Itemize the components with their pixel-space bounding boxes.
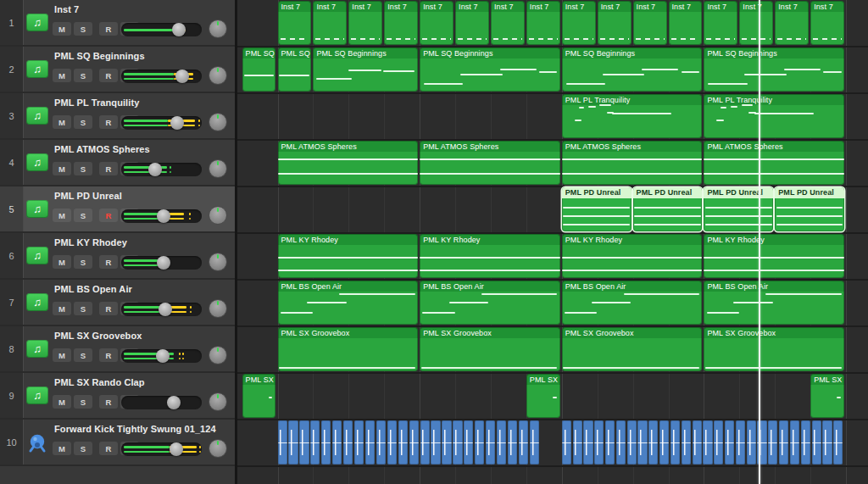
- volume-slider[interactable]: [121, 23, 202, 36]
- audio-kick-segment[interactable]: [278, 420, 287, 465]
- track-header-row[interactable]: 10Forward Kick Tightly Swung 01_124MSRI: [0, 420, 235, 466]
- audio-kick-segment[interactable]: [693, 420, 702, 465]
- audio-kick-segment[interactable]: [682, 420, 691, 465]
- solo-button[interactable]: S: [74, 115, 92, 129]
- midi-region[interactable]: Inst 7: [598, 1, 632, 45]
- audio-region-group[interactable]: [562, 420, 844, 465]
- track-name[interactable]: PML PD Unreal: [54, 191, 122, 201]
- audio-kick-segment[interactable]: [475, 420, 484, 465]
- audio-kick-segment[interactable]: [605, 420, 615, 465]
- audio-kick-segment[interactable]: [464, 420, 473, 465]
- volume-slider[interactable]: [121, 256, 202, 270]
- audio-kick-segment[interactable]: [703, 420, 712, 465]
- midi-region[interactable]: PML KY Rhodey: [704, 234, 844, 278]
- record-enable-button[interactable]: R: [99, 22, 118, 36]
- volume-knob[interactable]: [175, 70, 189, 83]
- midi-region[interactable]: PML PL Tranquility: [562, 94, 703, 138]
- pan-knob[interactable]: [209, 253, 227, 271]
- audio-kick-segment[interactable]: [398, 420, 408, 465]
- audio-kick-segment[interactable]: [594, 420, 604, 465]
- solo-button[interactable]: S: [74, 69, 92, 82]
- midi-region[interactable]: PML PD Unreal: [704, 187, 773, 231]
- midi-region[interactable]: Inst 7: [810, 1, 844, 45]
- volume-knob[interactable]: [170, 116, 184, 130]
- audio-kick-segment[interactable]: [616, 420, 626, 465]
- midi-region[interactable]: PML PD Unreal: [775, 187, 844, 231]
- track-header-row[interactable]: 2♫PML SQ BeginningsMSRI: [0, 47, 235, 93]
- audio-kick-segment[interactable]: [365, 420, 375, 465]
- audio-kick-segment[interactable]: [648, 420, 658, 465]
- track-name[interactable]: PML SQ Beginnings: [54, 51, 145, 61]
- audio-kick-segment[interactable]: [822, 420, 832, 465]
- track-name[interactable]: Inst 7: [54, 4, 79, 14]
- midi-region[interactable]: PML BS Open Air: [278, 281, 419, 325]
- volume-slider[interactable]: [121, 209, 202, 223]
- pan-knob[interactable]: [209, 159, 227, 178]
- pan-knob[interactable]: [209, 439, 227, 458]
- solo-button[interactable]: S: [74, 22, 92, 36]
- midi-note-icon[interactable]: ♫: [26, 200, 48, 218]
- midi-region[interactable]: Inst 7: [526, 1, 560, 45]
- audio-kick-segment[interactable]: [768, 420, 777, 465]
- midi-region[interactable]: PML SQ: [278, 47, 312, 92]
- audio-kick-segment[interactable]: [637, 420, 647, 465]
- midi-region[interactable]: Inst 7: [704, 1, 737, 45]
- volume-knob[interactable]: [170, 442, 183, 456]
- mute-button[interactable]: M: [53, 395, 71, 409]
- mute-button[interactable]: M: [53, 22, 71, 36]
- midi-region[interactable]: PML SQ Beginnings: [313, 47, 418, 92]
- midi-region[interactable]: PML SX Groovebox: [562, 327, 703, 371]
- audio-kick-segment[interactable]: [420, 420, 430, 465]
- audio-region-group[interactable]: [278, 420, 541, 465]
- audio-kick-segment[interactable]: [812, 420, 821, 465]
- mute-button[interactable]: M: [53, 69, 71, 82]
- volume-slider[interactable]: [121, 349, 202, 363]
- audio-kick-segment[interactable]: [670, 420, 680, 465]
- midi-region[interactable]: PML PL Tranquility: [704, 94, 844, 138]
- audio-kick-segment[interactable]: [310, 420, 320, 465]
- midi-region[interactable]: PML SX Groovebox: [278, 327, 419, 371]
- audio-kick-segment[interactable]: [659, 420, 669, 465]
- mute-button[interactable]: M: [53, 115, 71, 129]
- audio-kick-segment[interactable]: [736, 420, 745, 465]
- midi-region[interactable]: Inst 7: [633, 1, 667, 45]
- audio-kick-segment[interactable]: [573, 420, 582, 465]
- midi-region[interactable]: PML PD Unreal: [633, 187, 703, 231]
- midi-region[interactable]: PML SX: [810, 374, 844, 418]
- audio-loop-icon[interactable]: [26, 433, 48, 451]
- midi-region[interactable]: PML SQ: [242, 47, 276, 92]
- audio-kick-segment[interactable]: [519, 420, 528, 465]
- mute-button[interactable]: M: [53, 442, 71, 455]
- midi-region[interactable]: Inst 7: [384, 1, 418, 45]
- midi-region[interactable]: PML ATMOS Spheres: [562, 141, 703, 185]
- midi-region[interactable]: PML BS Open Air: [562, 281, 703, 325]
- midi-region[interactable]: PML BS Open Air: [420, 281, 560, 325]
- volume-knob[interactable]: [167, 396, 181, 409]
- audio-kick-segment[interactable]: [409, 420, 419, 465]
- audio-kick-segment[interactable]: [627, 420, 637, 465]
- mute-button[interactable]: M: [53, 162, 71, 175]
- volume-knob[interactable]: [159, 303, 172, 316]
- midi-region[interactable]: Inst 7: [775, 1, 809, 45]
- midi-region[interactable]: PML BS Open Air: [704, 281, 844, 325]
- volume-slider[interactable]: [121, 163, 202, 176]
- solo-button[interactable]: S: [74, 302, 92, 315]
- track-name[interactable]: PML BS Open Air: [54, 284, 132, 294]
- midi-region[interactable]: PML SQ Beginnings: [562, 47, 703, 92]
- audio-kick-segment[interactable]: [790, 420, 799, 465]
- pan-knob[interactable]: [209, 392, 227, 411]
- midi-note-icon[interactable]: ♫: [26, 387, 48, 404]
- solo-button[interactable]: S: [74, 442, 92, 455]
- volume-knob[interactable]: [157, 256, 170, 270]
- pan-knob[interactable]: [209, 346, 227, 364]
- midi-region[interactable]: Inst 7: [420, 1, 453, 45]
- volume-slider[interactable]: [121, 116, 202, 130]
- midi-region[interactable]: PML ATMOS Spheres: [704, 141, 844, 185]
- midi-region[interactable]: Inst 7: [313, 1, 347, 45]
- volume-slider[interactable]: [121, 303, 202, 316]
- track-header-row[interactable]: 6♫PML KY RhodeyMSRI: [0, 233, 235, 280]
- audio-kick-segment[interactable]: [497, 420, 506, 465]
- mute-button[interactable]: M: [53, 302, 71, 315]
- audio-kick-segment[interactable]: [332, 420, 342, 465]
- track-name[interactable]: PML ATMOS Spheres: [54, 144, 150, 154]
